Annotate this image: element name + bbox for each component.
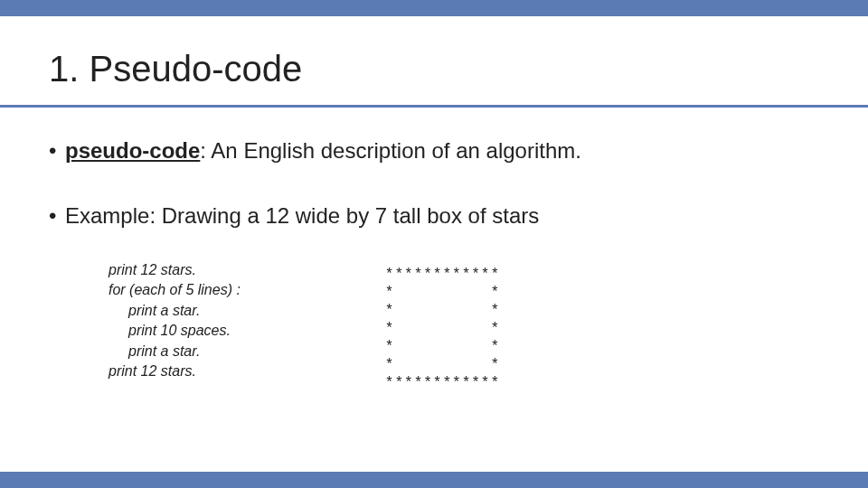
star-box-output: ************ * * * * * * * * * * *******… bbox=[385, 266, 500, 392]
pseudo-line: print a star. bbox=[108, 301, 241, 321]
bullet-example: •Example: Drawing a 12 wide by 7 tall bo… bbox=[49, 202, 819, 230]
slide-content: •pseudo-code: An English description of … bbox=[49, 121, 819, 392]
example-text: Example: Drawing a 12 wide by 7 tall box… bbox=[65, 203, 539, 228]
bottom-stripe bbox=[0, 472, 868, 488]
slide-title: 1. Pseudo-code bbox=[49, 49, 302, 89]
term-pseudo-code: pseudo-code bbox=[65, 138, 200, 163]
bullet-definition: •pseudo-code: An English description of … bbox=[49, 137, 819, 164]
top-stripe bbox=[0, 0, 868, 16]
pseudo-line: print a star. bbox=[108, 342, 241, 361]
bullet-dot: • bbox=[49, 202, 65, 230]
pseudo-line: for (each of 5 lines) : bbox=[108, 280, 241, 300]
pseudo-line: print 12 stars. bbox=[108, 260, 241, 280]
pseudo-line: print 12 stars. bbox=[108, 361, 241, 381]
pseudo-line: print 10 spaces. bbox=[108, 321, 241, 341]
definition-text: : An English description of an algorithm… bbox=[200, 138, 581, 163]
pseudo-code-block: print 12 stars. for (each of 5 lines) : … bbox=[108, 260, 241, 392]
bullet-dot: • bbox=[49, 137, 65, 164]
example-columns: print 12 stars. for (each of 5 lines) : … bbox=[49, 260, 819, 392]
title-underline bbox=[0, 105, 868, 108]
